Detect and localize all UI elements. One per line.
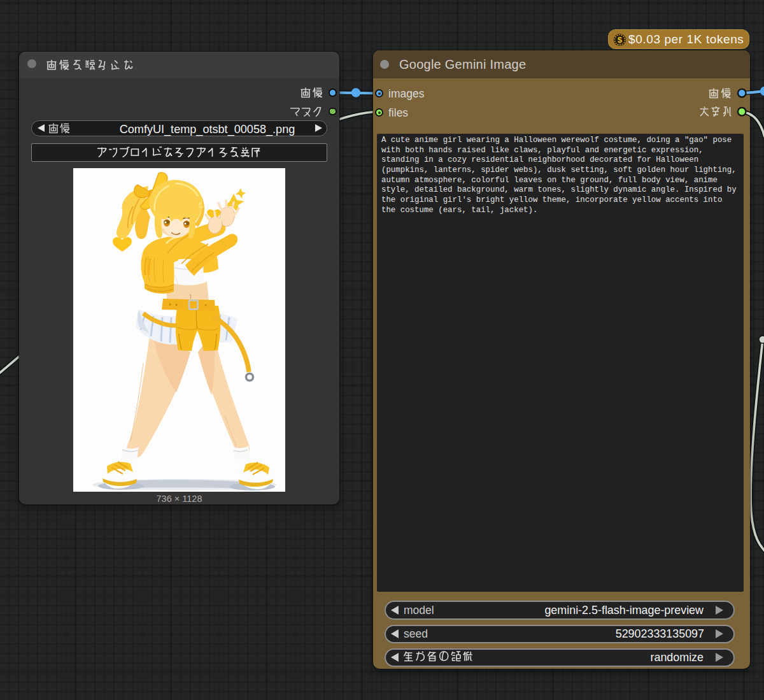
svg-text:$: $ bbox=[617, 35, 622, 45]
